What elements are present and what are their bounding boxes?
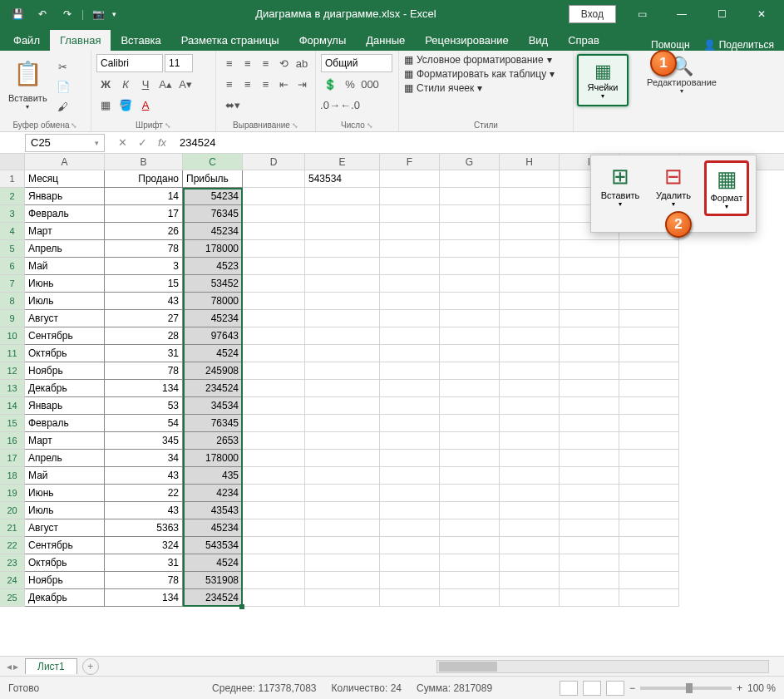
select-all-corner[interactable] [0,154,25,170]
cell[interactable] [380,415,440,432]
cell[interactable] [305,502,380,519]
cell[interactable] [243,380,305,397]
cells-area[interactable]: МесяцПроданоПрибыль543534 Январь1454234Ф… [25,170,679,607]
cell[interactable] [243,170,305,188]
cell[interactable] [380,432,440,450]
row-header[interactable]: 6 [0,258,24,275]
cell[interactable] [619,572,679,589]
cell[interactable] [243,397,305,415]
cell[interactable]: 234524 [183,589,243,607]
align-bottom-icon[interactable]: ≡ [258,54,274,72]
cell[interactable] [380,258,440,275]
row-header[interactable]: 10 [0,327,24,345]
cell[interactable]: 178000 [183,240,243,258]
cell[interactable] [243,310,305,327]
cell[interactable] [380,397,440,415]
sheet-nav-prev-icon[interactable]: ◂ [7,661,12,672]
tab-view[interactable]: Вид [519,30,559,51]
view-normal-icon[interactable] [560,681,578,696]
cell[interactable] [440,380,500,397]
cell[interactable]: Июль [25,502,105,519]
cell[interactable]: Август [25,310,105,327]
col-header[interactable]: C [183,154,243,170]
cell[interactable] [380,519,440,537]
row-header[interactable]: 1 [0,170,24,188]
cell[interactable] [500,537,560,554]
cell[interactable] [440,170,500,188]
cell[interactable] [560,485,619,502]
cell[interactable]: Февраль [25,415,105,432]
cell[interactable] [380,380,440,397]
indent-decrease-icon[interactable]: ⇤ [275,75,292,93]
cell[interactable] [440,415,500,432]
cell[interactable]: 15 [105,275,183,293]
cell[interactable]: 531908 [183,572,243,589]
cell[interactable] [560,327,619,345]
cell[interactable] [619,432,679,450]
cell[interactable] [305,205,380,223]
row-header[interactable]: 24 [0,572,24,589]
cell[interactable] [560,589,619,607]
cell[interactable] [305,432,380,450]
cell[interactable] [619,554,679,572]
increase-decimal-icon[interactable]: .0→ [321,96,339,114]
comma-icon[interactable]: 000 [361,75,379,93]
cell[interactable] [440,327,500,345]
cell[interactable] [305,188,380,205]
cell[interactable] [243,432,305,450]
cell[interactable] [380,188,440,205]
cell[interactable] [500,293,560,310]
cell[interactable]: 31 [105,554,183,572]
cell[interactable] [440,275,500,293]
cell[interactable] [500,258,560,275]
view-layout-icon[interactable] [583,681,601,696]
redo-icon[interactable]: ↷ [57,3,78,25]
cell[interactable] [619,502,679,519]
font-increase-icon[interactable]: A▴ [156,75,175,93]
cell[interactable] [560,397,619,415]
cell[interactable] [619,589,679,607]
cell[interactable] [380,310,440,327]
cell[interactable]: Продано [105,170,183,188]
cell[interactable] [560,362,619,380]
row-header[interactable]: 20 [0,502,24,519]
cell[interactable] [440,572,500,589]
row-header[interactable]: 5 [0,240,24,258]
cell[interactable] [500,397,560,415]
cell[interactable]: 2653 [183,432,243,450]
bold-icon[interactable]: Ж [96,75,115,93]
cell[interactable]: 234524 [183,380,243,397]
cell[interactable]: Февраль [25,205,105,223]
cell[interactable]: 97643 [183,327,243,345]
cell[interactable] [560,467,619,485]
minimize-icon[interactable]: — [663,2,701,27]
cell[interactable]: Июль [25,293,105,310]
cell[interactable] [619,345,679,362]
cell[interactable]: 34 [105,450,183,467]
add-sheet-button[interactable]: + [82,658,99,675]
cell[interactable] [619,415,679,432]
cell[interactable]: 245908 [183,362,243,380]
cell[interactable] [243,519,305,537]
border-icon[interactable]: ▦ [96,96,115,114]
cell[interactable] [380,275,440,293]
cell[interactable]: 134 [105,380,183,397]
zoom-out-icon[interactable]: − [629,682,635,694]
cell[interactable] [440,240,500,258]
cell[interactable] [500,432,560,450]
row-header[interactable]: 23 [0,554,24,572]
cell[interactable] [500,362,560,380]
cell[interactable] [380,327,440,345]
cell[interactable]: 78 [105,240,183,258]
cell[interactable] [305,589,380,607]
cell[interactable]: Август [25,519,105,537]
cell[interactable] [440,205,500,223]
cell[interactable] [243,327,305,345]
close-icon[interactable]: ✕ [742,2,781,27]
cell[interactable] [560,537,619,554]
cell[interactable] [560,432,619,450]
cell[interactable] [619,327,679,345]
cell[interactable] [305,467,380,485]
cell[interactable] [500,310,560,327]
cell[interactable] [500,450,560,467]
